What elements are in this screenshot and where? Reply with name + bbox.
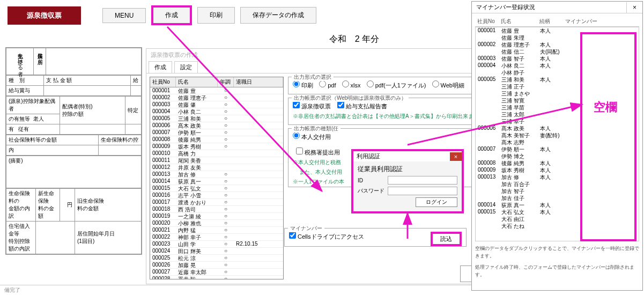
radio-xlsx[interactable]: xlsx [342,82,361,88]
list-item[interactable]: 000003佐藤 肇○ [150,101,283,108]
radio-web[interactable]: Web明細 [432,82,464,88]
list-item[interactable]: 000012井原 友美 [150,164,283,171]
list-item[interactable]: 000002佐藤 理恵子○ [150,94,283,101]
window-title: マイナンバー登録状況 [472,2,539,13]
tab-create[interactable]: 作成 [149,61,172,73]
list-item[interactable]: 000022神部 幸子○ [150,234,283,241]
menu-button[interactable]: MENU [102,8,146,23]
chk-cells[interactable]: Cellsドライブにアクセス [289,233,364,240]
mynumber-section: マイナンバー Cellsドライブにアクセス 読込 [284,228,467,250]
chk-gensen[interactable]: 源泉徴収票 [293,103,331,109]
auth-dialog: 利用認証 × 従業員利用認証 ID パスワード ログイン [351,149,464,213]
list-item[interactable]: 000004小林 良二○ [150,108,283,115]
list-item[interactable]: 000014荻原 真一○ [150,178,283,185]
list-item[interactable]: 000017渡邊 かおり○ [150,199,283,206]
highlight-blank-column [580,32,636,241]
list-item[interactable]: 000024田口 輝美○ [150,248,283,255]
radio-print[interactable]: 印刷 [293,82,313,88]
list-item[interactable]: 000020小柳 雅也○ [150,220,283,227]
gensen-button[interactable]: 源泉徴収票 [8,6,81,25]
list-item[interactable]: 000026加藤 晃○ [150,262,283,269]
list-item[interactable]: 000007伊勢 順一○ [150,129,283,136]
list-item[interactable]: 000023山田 学○R2.10.15 [150,241,283,248]
password-input[interactable] [388,187,457,195]
radio-pdf1[interactable]: pdf(一人1ファイル) [367,82,426,88]
status-bar: 備完了 [0,285,472,295]
employee-list[interactable]: 社員No 氏名 年調 退職日 000001佐藤 豊○000002佐藤 理恵子○0… [150,77,284,279]
read-button[interactable]: 読込 [431,232,462,246]
list-item[interactable]: 000027近藤 幸太郎○ [150,269,283,276]
list-item[interactable]: 000011尾関 美香 [150,157,283,164]
list-item[interactable]: 000010高橋 力 [150,150,283,157]
chk-kyuyo[interactable]: 給与支払報告書 [337,103,387,109]
auth-header: 従業員利用認証 [358,165,457,174]
left-form: 支払を受ける者 住所又は居所 種 別支 払 金 額給 給与賞与 (源泉)控除対象… [5,47,142,255]
list-item[interactable]: 000025松元 涼○ [150,255,283,262]
chk-zeimu[interactable]: 税務署提出用 [296,149,340,156]
list-item[interactable]: 000021内野 猛○ [150,227,283,234]
login-button[interactable]: ログイン [416,197,457,207]
tab-settings[interactable]: 設定 [174,61,198,73]
savedata-button[interactable]: 保存データの作成 [240,7,316,24]
list-item[interactable]: 000013加古 修○ [150,171,283,178]
list-item[interactable]: 000008後藤 純男○ [150,136,283,143]
list-item[interactable]: 000001佐藤 豊○ [150,87,283,94]
auth-title: 利用認証 [353,151,383,161]
list-item[interactable]: 000019一之瀬 綾○ [150,213,283,220]
create-button[interactable]: 作成 [151,5,192,25]
close-icon[interactable]: × [626,2,642,13]
radio-pdf[interactable]: pdf [319,82,336,88]
list-item[interactable]: 000009坂本 秀樹○ [150,143,283,150]
list-item[interactable]: 000016志平 小雪○ [150,192,283,199]
callout-blank: 空欄 [594,99,617,115]
id-input[interactable] [388,176,457,185]
radio-honnin[interactable]: 本人交付用 [293,134,331,140]
list-item[interactable]: 000015大石 弘文○ [150,185,283,192]
list-item[interactable]: 000018西 浩司○ [150,206,283,213]
list-item[interactable]: 000005三浦 和美○ [150,115,283,122]
print-button[interactable]: 印刷 [197,7,235,24]
list-item[interactable]: 000028平井 聡○ [150,276,283,279]
panel-title: 源泉徴収票の作成 [146,49,510,61]
close-icon[interactable]: × [450,152,462,161]
list-item[interactable]: 000006髙木 政美○ [150,122,283,129]
